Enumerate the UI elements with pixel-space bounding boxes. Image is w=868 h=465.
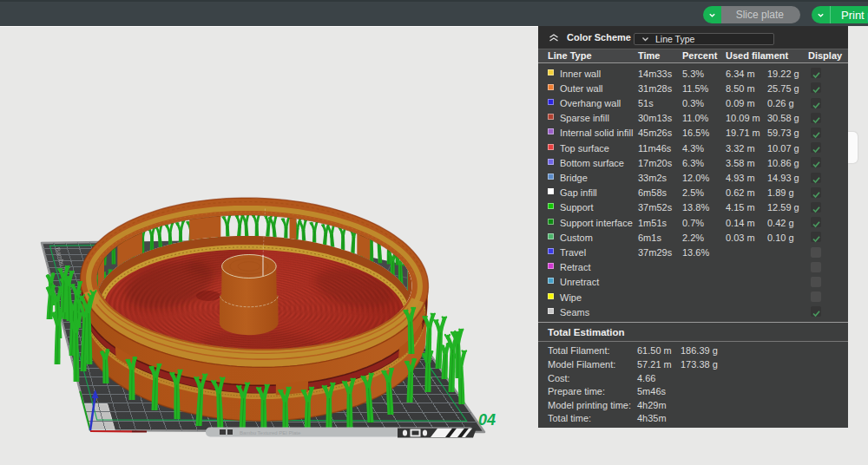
- svg-text:Bambu Textured PEI Plate: Bambu Textured PEI Plate: [240, 430, 301, 436]
- svg-text:04: 04: [478, 411, 496, 429]
